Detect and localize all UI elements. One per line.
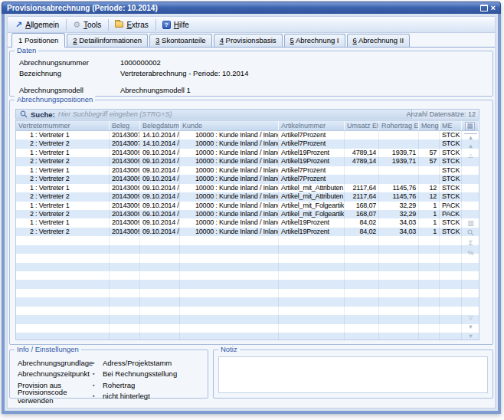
positions-table: Vertreternummer Beleg Belegdatum Kunde A… bbox=[15, 120, 479, 340]
col-header-beleg[interactable]: Beleg bbox=[110, 121, 140, 130]
table-row[interactable]: 2 : Vertreter 2 20143009 09.10.2014 /Do … bbox=[16, 210, 479, 218]
table-row[interactable]: 2 : Vertreter 2 20143009 09.10.2014 /Do … bbox=[16, 157, 479, 166]
cell-kunde: 10000 : Kunde Inland / Inlandsort bbox=[180, 210, 279, 218]
window-title: Provisionsabrechnung (Periode: 10.2014) bbox=[7, 4, 480, 12]
table-row[interactable]: 2 : Vertreter 2 20143009 09.10.2014 /Do … bbox=[16, 228, 479, 236]
table-row-empty bbox=[16, 324, 479, 333]
cell-menge bbox=[419, 289, 440, 297]
cell-vertreternummer bbox=[16, 297, 110, 306]
col-header-kunde[interactable]: Kunde bbox=[180, 121, 279, 130]
cell-umsatz bbox=[345, 131, 379, 139]
col-header-me[interactable]: ME bbox=[440, 121, 462, 130]
col-header-umsatz[interactable]: Umsatz EUR bbox=[345, 121, 379, 130]
cell-me: STCK bbox=[440, 228, 462, 236]
page-up-icon[interactable]: △ bbox=[464, 152, 477, 159]
row-up-icon[interactable]: ▲ bbox=[464, 143, 477, 150]
table-row[interactable]: 1 : Vertreter 1 20143007 14.10.2014 /Di … bbox=[16, 131, 479, 139]
percent-icon[interactable]: % bbox=[464, 249, 477, 257]
cell-artikelnummer: Artikel19Prozent bbox=[279, 218, 345, 227]
cell-menge bbox=[419, 175, 440, 183]
cell-beleg: 20143009 bbox=[110, 218, 140, 227]
cell-artikelnummer: Artikel_mit_Folgeartikel bbox=[279, 210, 345, 218]
search-input[interactable]: Suche: Hier Suchbegriff eingeben (STRG+S… bbox=[15, 109, 412, 120]
cell-artikelnummer: Artikel7Prozent bbox=[279, 166, 345, 175]
cell-scroll-strip bbox=[462, 289, 479, 297]
cell-scroll-strip bbox=[462, 263, 479, 271]
menu-tools[interactable]: ⚙ Tools bbox=[68, 19, 106, 31]
cell-beleg bbox=[110, 289, 140, 297]
tab-abrechnung-1[interactable]: 5 Abrechnung I bbox=[284, 34, 345, 47]
cell-me: STCK bbox=[440, 175, 462, 183]
field-bezeichnung: Bezeichnung Vertreterabrechnung - Period… bbox=[19, 69, 486, 78]
cell-vertreternummer: 2 : Vertreter 2 bbox=[16, 139, 110, 148]
cell-kunde: 10000 : Kunde Inland / Inlandsort bbox=[180, 166, 279, 175]
cell-umsatz bbox=[345, 175, 379, 183]
cell-beleg bbox=[110, 315, 140, 323]
scroll-to-bottom-icon[interactable]: ▼ bbox=[464, 333, 477, 340]
cell-belegdatum bbox=[140, 271, 180, 280]
table-row[interactable]: 2 : Vertreter 2 20143007 14.10.2014 /Di … bbox=[16, 139, 479, 148]
table-row[interactable]: 1 : Vertreter 1 20143009 09.10.2014 /Do … bbox=[16, 166, 479, 175]
col-header-artikelnummer[interactable]: Artikelnummer bbox=[279, 121, 345, 130]
table-row[interactable]: 1 : Vertreter 1 20143009 09.10.2014 /Do … bbox=[16, 202, 479, 210]
cell-beleg bbox=[110, 297, 140, 306]
cell-belegdatum: 09.10.2014 /Do bbox=[140, 202, 180, 210]
cell-vertreternummer: 2 : Vertreter 2 bbox=[16, 192, 110, 201]
cell-artikelnummer bbox=[279, 263, 345, 271]
menu-allgemein[interactable]: ↗ Allgemein bbox=[11, 19, 64, 31]
close-icon[interactable]: × bbox=[491, 5, 496, 11]
bezeichnung-value[interactable]: Vertreterabrechnung - Periode: 10.2014 bbox=[120, 69, 486, 78]
menu-hilfe[interactable]: ? Hilfe bbox=[158, 19, 195, 31]
cell-artikelnummer: Artikel7Prozent bbox=[279, 175, 345, 183]
abrechnungsnummer-value[interactable]: 1000000002 bbox=[120, 58, 486, 67]
cell-belegdatum bbox=[140, 297, 180, 306]
restore-icon[interactable] bbox=[480, 5, 488, 11]
table-search-icon[interactable] bbox=[464, 229, 477, 238]
cell-me bbox=[440, 280, 462, 288]
table-row[interactable]: 1 : Vertreter 1 20143009 09.10.2014 /Do … bbox=[16, 218, 479, 227]
bullet-icon: ▪ bbox=[93, 360, 103, 366]
col-header-belegdatum[interactable]: Belegdatum bbox=[140, 121, 180, 130]
notiz-textarea[interactable] bbox=[218, 356, 488, 393]
window-frame: ↗ Allgemein ⚙ Tools Extras ? Hilfe bbox=[2, 14, 501, 414]
cell-artikelnummer bbox=[279, 307, 345, 315]
menu-extras[interactable]: Extras bbox=[110, 19, 153, 31]
cell-me: STCK bbox=[440, 157, 462, 166]
cell-belegdatum: 09.10.2014 /Do bbox=[140, 157, 180, 166]
col-header-rohertrag[interactable]: Rohertrag EUR bbox=[379, 121, 419, 130]
search-icon bbox=[20, 110, 28, 118]
table-row[interactable]: 1 : Vertreter 1 20143009 09.10.2014 /Do … bbox=[16, 184, 479, 192]
row-down-icon[interactable]: ▼ bbox=[464, 323, 477, 331]
cell-umsatz bbox=[345, 333, 379, 340]
cell-kunde: 10000 : Kunde Inland / Inlandsort bbox=[180, 175, 279, 183]
table-row[interactable]: 2 : Vertreter 2 20143009 09.10.2014 /Do … bbox=[16, 175, 479, 183]
cell-rohertrag bbox=[379, 280, 419, 288]
cell-vertreternummer bbox=[16, 315, 110, 323]
menu-separator bbox=[155, 19, 156, 31]
page-down-icon[interactable]: ▽ bbox=[464, 314, 477, 322]
cell-belegdatum bbox=[140, 280, 180, 288]
cell-kunde: 10000 : Kunde Inland / Inlandsort bbox=[180, 228, 279, 236]
scroll-to-top-icon[interactable]: ▲ bbox=[464, 133, 477, 142]
tab-abrechnung-2[interactable]: 6 Abrechnung II bbox=[347, 34, 411, 47]
cell-artikelnummer: Artikel19Prozent bbox=[279, 157, 345, 166]
cell-kunde bbox=[180, 324, 279, 333]
tab-skontoanteile[interactable]: 3 Skontoanteile bbox=[149, 34, 212, 47]
table-settings-icon[interactable]: ▦ bbox=[465, 122, 475, 130]
table-row[interactable]: 2 : Vertreter 2 20143009 09.10.2014 /Do … bbox=[16, 192, 479, 201]
cell-umsatz bbox=[345, 315, 379, 323]
table-row[interactable]: 1 : Vertreter 1 20143009 09.10.2014 /Do … bbox=[16, 149, 479, 157]
tab-detailinformationen[interactable]: 2 Detailinformationen bbox=[67, 34, 148, 47]
col-header-vertreternummer[interactable]: Vertreternummer bbox=[16, 121, 110, 130]
columns-icon[interactable]: ▥ bbox=[464, 219, 477, 227]
col-header-menge[interactable]: Menge bbox=[419, 121, 440, 130]
cell-vertreternummer bbox=[16, 289, 110, 297]
cell-umsatz bbox=[345, 289, 379, 297]
cell-scroll-strip bbox=[462, 210, 479, 218]
sum-icon[interactable]: Σ bbox=[464, 239, 477, 247]
cell-menge bbox=[419, 333, 440, 340]
tab-provisionsbasis[interactable]: 4 Provisionsbasis bbox=[214, 34, 283, 47]
abrechnungsmodell-value[interactable]: Abrechnungsmodell 1 bbox=[120, 86, 486, 95]
cell-menge: 12 bbox=[419, 192, 440, 201]
titlebar: Provisionsabrechnung (Periode: 10.2014) … bbox=[2, 2, 501, 14]
